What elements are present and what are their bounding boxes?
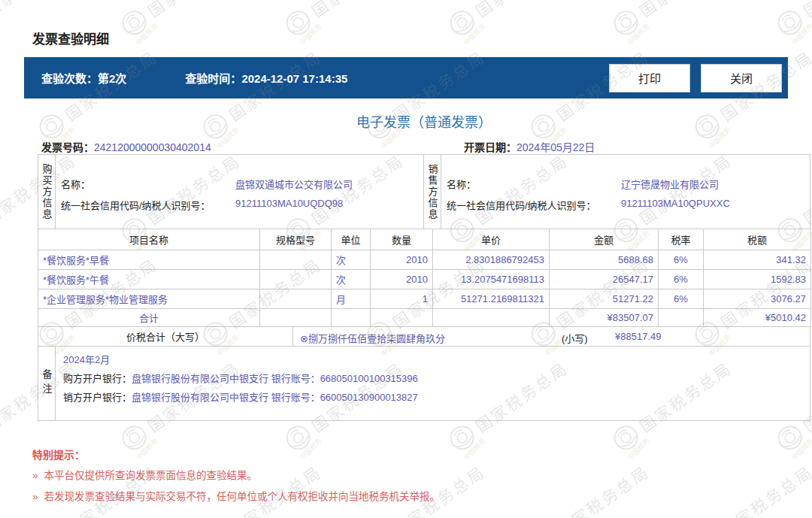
watermark-gold-text: 中国税务	[298, 21, 324, 47]
watermark-text: 国家税务总局	[307, 0, 408, 22]
watermark-gold-text: 中国税务	[134, 21, 160, 47]
buyer-taxid-line: 统一社会信用代码/纳税人识别号： 91211103MA10UQDQ98	[61, 198, 420, 212]
tax-emblem-icon	[772, 5, 807, 41]
item-price: 13.2075471698113	[433, 270, 550, 289]
watermark-tile: 国家税务总局中国税务	[444, 0, 573, 41]
remarks-body: 2024年2月 购方开户银行：盘锦银行股份有限公司中银支行 银行账号：66805…	[56, 347, 809, 420]
notice-title: 特别提示：	[32, 447, 85, 462]
seller-name-value: 辽宁德晟物业有限公司	[621, 177, 719, 191]
check-count-label: 查验次数：	[41, 72, 98, 85]
grand-total-label: 价税合计（大写）	[38, 327, 293, 346]
watermark-tile: 国家税务总局中国税务	[608, 0, 737, 41]
total-amount: ¥83507.07	[550, 309, 659, 327]
watermark-tile: 国家税务总局中国税务	[280, 0, 409, 41]
item-qty: 2010	[371, 270, 433, 289]
items-header-row: 项目名称 规格型号 单位 数量 单价 金额 税率 税额	[38, 229, 811, 250]
col-header-tax: 税额	[704, 229, 811, 250]
watermark-gold-text: 中国税务	[462, 436, 488, 462]
watermark-tile: 国家税务总局中国税务	[772, 0, 812, 41]
invoice-number: 发票号码：24212000000030402014	[41, 139, 211, 154]
items-total-row: 合计 ¥83507.07 ¥5010.42	[38, 309, 811, 327]
grand-total-words: ⊗捌万捌仟伍佰壹拾柒圆肆角玖分	[300, 331, 445, 345]
grand-total-small-label: (小写)	[562, 331, 588, 345]
watermark-tile: 国家税务总局中国税务	[526, 459, 654, 518]
item-tax: 1592.83	[704, 270, 811, 289]
grand-total-row: 价税合计（大写） ⊗捌万捌仟伍佰壹拾柒圆肆角玖分 (小写) ¥88517.49	[38, 326, 810, 347]
check-time: 查验时间：2024-12-07 17:14:35	[185, 70, 347, 86]
seller-bank-value: 盘锦银行股份有限公司中银支行 银行账号：660050130900013827	[132, 392, 418, 403]
watermark-gold-text: 中国税务	[626, 436, 652, 462]
watermark-text: 国家税务总局	[143, 0, 244, 22]
notice-bullet-icon: »	[32, 491, 38, 502]
total-qty-empty	[371, 309, 433, 327]
notice-bullet-icon: »	[32, 470, 38, 481]
verification-toolbar: 查验次数：第2次 查验时间：2024-12-07 17:14:35 打印 关闭	[24, 57, 788, 98]
seller-name-label: 名称：	[447, 179, 476, 190]
item-unit: 月	[332, 289, 371, 309]
watermark-text: 国家税务总局	[635, 0, 736, 22]
seller-taxid-label: 统一社会信用代码/纳税人识别号：	[447, 200, 596, 211]
tax-emblem-icon	[117, 420, 152, 456]
notice-item: »本平台仅提供所查询发票票面信息的查验结果。	[32, 467, 257, 482]
item-amount: 26547.17	[550, 270, 659, 289]
col-header-price: 单价	[433, 229, 550, 250]
total-spec-empty	[260, 309, 332, 327]
notice-item-text: 若发现发票查验结果与实际交易不符，任何单位或个人有权拒收并向当地税务机关举报。	[44, 491, 441, 502]
watermark-gold-text: 中国税务	[462, 21, 488, 47]
item-unit: 次	[332, 270, 371, 289]
item-tax: 3076.27	[704, 289, 811, 309]
invoice-date-value: 2024年05月22日	[517, 141, 595, 153]
buyer-bank-label: 购方开户银行：	[63, 373, 132, 384]
check-count-value: 第2次	[98, 72, 126, 85]
item-tax-rate: 6%	[659, 250, 704, 270]
buyer-name-value: 盘锦双通城市公交有限公司	[235, 177, 353, 191]
item-qty: 2010	[371, 250, 433, 270]
total-label: 合计	[38, 309, 260, 327]
grand-total-body: ⊗捌万捌仟伍佰壹拾柒圆肆角玖分 (小写) ¥88517.49	[293, 327, 810, 346]
item-name: *企业管理服务*物业管理服务	[38, 289, 260, 309]
seller-taxid-line: 统一社会信用代码/纳税人识别号： 91211103MA10QPUXXC	[447, 198, 807, 212]
seller-side-label: 销售方信息	[424, 155, 441, 229]
seller-info: 名称： 辽宁德晟物业有限公司 统一社会信用代码/纳税人识别号： 91211103…	[441, 155, 810, 229]
notice-item-text: 本平台仅提供所查询发票票面信息的查验结果。	[44, 470, 258, 481]
buyer-side-label: 购买方信息	[38, 155, 56, 229]
tax-emblem-icon	[444, 420, 480, 456]
item-tax-rate: 6%	[659, 270, 704, 289]
buyer-bank-value: 盘锦银行股份有限公司中银支行 银行账号：668050100100315396	[132, 373, 418, 384]
grand-total-small-value: ¥88517.49	[615, 331, 661, 342]
remarks-period: 2024年2月	[63, 352, 110, 366]
watermark-tile: 国家税务总局中国税务	[117, 0, 245, 41]
invoice-date-label: 开票日期：	[464, 141, 517, 153]
watermark-text: 国家税务总局	[798, 0, 812, 22]
close-button[interactable]: 关闭	[701, 64, 782, 92]
total-price-empty	[433, 309, 550, 327]
seller-bank-label: 销方开户银行：	[63, 392, 132, 403]
buyer-name-line: 名称： 盘锦双通城市公交有限公司	[61, 177, 420, 191]
tax-emblem-icon	[608, 420, 644, 456]
tax-emblem-icon	[280, 5, 316, 41]
col-header-qty: 数量	[371, 229, 433, 250]
table-row: *企业管理服务*物业管理服务 月 1 51271.2169811321 5127…	[38, 289, 811, 309]
tax-emblem-icon	[608, 5, 644, 41]
item-tax-rate: 6%	[659, 289, 704, 309]
watermark-text: 国家税务总局	[552, 460, 653, 518]
remarks-side-label: 备注	[38, 347, 56, 420]
watermark-gold-text: 中国税务	[298, 436, 324, 462]
invoice-box: 购买方信息 名称： 盘锦双通城市公交有限公司 统一社会信用代码/纳税人识别号： …	[38, 154, 810, 421]
item-price: 2.8301886792453	[433, 250, 550, 270]
item-amount: 51271.22	[550, 289, 659, 309]
invoice-type-title: 电子发票（普通发票）	[38, 111, 810, 131]
buyer-bank-line: 购方开户银行：盘锦银行股份有限公司中银支行 银行账号：6680501001003…	[63, 371, 418, 385]
buyer-taxid-label: 统一社会信用代码/纳税人识别号：	[61, 200, 211, 211]
print-button[interactable]: 打印	[609, 64, 690, 92]
check-time-value: 2024-12-07 17:14:35	[241, 72, 347, 85]
watermark-gold-text: 中国税务	[789, 436, 812, 462]
item-name: *餐饮服务*早餐	[38, 250, 260, 270]
total-tax: ¥5010.42	[704, 309, 811, 327]
check-count: 查验次数：第2次	[41, 70, 126, 86]
item-spec	[260, 289, 332, 309]
tax-emblem-icon	[444, 5, 480, 41]
check-time-label: 查验时间：	[185, 72, 241, 85]
seller-bank-line: 销方开户银行：盘锦银行股份有限公司中银支行 银行账号：6600501309000…	[63, 389, 418, 404]
table-row: *餐饮服务*午餐 次 2010 13.2075471698113 26547.1…	[38, 270, 811, 289]
